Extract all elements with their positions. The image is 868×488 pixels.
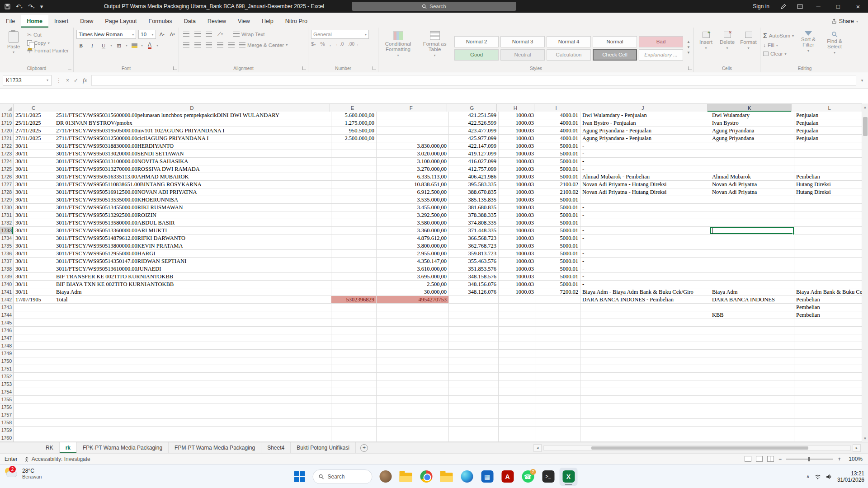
cell-C1721[interactable]: 27/11/2025 xyxy=(14,135,54,142)
cell-L1729[interactable] xyxy=(794,196,868,204)
cell-G1729[interactable]: 385.135.835 xyxy=(449,196,499,204)
cell-E1741[interactable] xyxy=(331,288,377,296)
cell-E1755[interactable] xyxy=(331,396,377,404)
cell-C1741[interactable]: 30/11 xyxy=(14,288,54,296)
cell-C1754[interactable] xyxy=(14,388,54,396)
cell-F1746[interactable] xyxy=(377,327,449,334)
minimize-button[interactable]: ─ xyxy=(808,0,828,13)
cell-E1734[interactable] xyxy=(331,235,377,242)
cell-C1748[interactable] xyxy=(14,342,54,350)
cell-D1723[interactable]: 3011/FTSCY/WS950313020000.00SENDI SETIAW… xyxy=(54,150,331,158)
share-button[interactable]: Share▾ xyxy=(821,15,868,28)
cell-H1758[interactable] xyxy=(499,419,536,427)
cell-E1722[interactable] xyxy=(331,142,377,150)
cell-E1751[interactable] xyxy=(331,365,377,373)
cell-G1751[interactable] xyxy=(449,365,499,373)
cell-E1744[interactable] xyxy=(331,311,377,319)
cell-L1736[interactable] xyxy=(794,250,868,258)
cell-K1738[interactable] xyxy=(710,265,794,273)
cell-J1718[interactable]: Dwi Wulamdary - Penjualan xyxy=(580,112,710,119)
row-header-1739[interactable]: 1739 xyxy=(0,273,14,281)
cell-D1755[interactable] xyxy=(54,396,331,404)
cell-J1731[interactable]: - xyxy=(580,211,710,219)
cell-H1741[interactable]: 1000.03 xyxy=(499,288,536,296)
col-header-g[interactable]: G xyxy=(447,104,497,112)
cell-L1727[interactable]: Hutang Direksi xyxy=(794,181,868,188)
cell-H1722[interactable]: 1000.03 xyxy=(499,142,536,150)
cell-D1757[interactable] xyxy=(54,411,331,419)
cell-F1757[interactable] xyxy=(377,411,449,419)
cell-K1732[interactable] xyxy=(710,219,794,227)
cell-G1727[interactable]: 395.583.335 xyxy=(449,181,499,188)
cell-C1756[interactable] xyxy=(14,404,54,411)
cell-I1747[interactable] xyxy=(536,334,580,342)
cell-K1721[interactable]: Agung Priyandana xyxy=(710,135,794,142)
cell-H1752[interactable] xyxy=(499,373,536,380)
cell-L1739[interactable] xyxy=(794,273,868,281)
insert-function-icon[interactable]: fx xyxy=(83,77,87,84)
gallery-down-icon[interactable]: ▼ xyxy=(687,45,690,49)
cell-G1743[interactable] xyxy=(449,304,499,311)
cell-K1743[interactable] xyxy=(710,304,794,311)
tray-chevron-icon[interactable]: ∧ xyxy=(807,474,810,479)
cell-L1746[interactable] xyxy=(794,327,868,334)
cell-F1754[interactable] xyxy=(377,388,449,396)
cell-D1756[interactable] xyxy=(54,404,331,411)
cell-L1758[interactable] xyxy=(794,419,868,427)
cell-G1748[interactable] xyxy=(449,342,499,350)
cell-G1757[interactable] xyxy=(449,411,499,419)
align-middle-icon[interactable] xyxy=(193,30,202,38)
cell-E1754[interactable] xyxy=(331,388,377,396)
cell-E1759[interactable] xyxy=(331,427,377,434)
cell-E1728[interactable] xyxy=(331,188,377,196)
cell-F1752[interactable] xyxy=(377,373,449,380)
cell-style-normal[interactable]: Normal xyxy=(593,36,637,47)
cell-D1751[interactable] xyxy=(54,365,331,373)
cell-J1735[interactable]: - xyxy=(580,242,710,250)
cell-K1758[interactable] xyxy=(710,419,794,427)
cell-I1733[interactable]: 5000.01 xyxy=(536,227,580,235)
cell-E1740[interactable] xyxy=(331,281,377,288)
copy-button[interactable]: Copy▾ xyxy=(27,40,69,46)
align-top-icon[interactable] xyxy=(182,30,191,38)
pen-icon[interactable] xyxy=(775,0,792,13)
cell-E1743[interactable] xyxy=(331,304,377,311)
cell-D1735[interactable]: 3011/FTSCY/WS950513800000.00KEVIN PRATAM… xyxy=(54,242,331,250)
cell-D1718[interactable]: 2511/FTSCY/WS950315600000.00pelunasan lu… xyxy=(54,112,331,119)
cell-C1734[interactable]: 30/11 xyxy=(14,235,54,242)
col-header-c[interactable]: C xyxy=(14,104,54,112)
cell-G1724[interactable]: 416.027.099 xyxy=(449,158,499,165)
cell-G1726[interactable]: 406.421.986 xyxy=(449,173,499,181)
cell-D1728[interactable]: 3011/FTSCY/WS950516912500.00NOVAN ADI PR… xyxy=(54,188,331,196)
sort-filter-button[interactable]: Sort & Filter▾ xyxy=(797,30,820,65)
cell-L1752[interactable] xyxy=(794,373,868,380)
cell-H1721[interactable]: 1000.03 xyxy=(499,135,536,142)
cell-D1724[interactable]: 3011/FTSCY/WS950313100000.00NOVITA SAHAS… xyxy=(54,158,331,165)
cell-C1735[interactable]: 30/11 xyxy=(14,242,54,250)
cell-G1752[interactable] xyxy=(449,373,499,380)
cell-F1736[interactable]: 2.955.000,00 xyxy=(377,250,449,258)
cell-G1755[interactable] xyxy=(449,396,499,404)
select-all-corner[interactable] xyxy=(0,104,14,112)
cell-G1756[interactable] xyxy=(449,404,499,411)
volume-icon[interactable] xyxy=(826,473,832,481)
cell-style-calculation[interactable]: Calculation xyxy=(547,49,591,61)
enter-entry-icon[interactable]: ✓ xyxy=(74,77,78,84)
cell-F1760[interactable] xyxy=(377,434,449,442)
cell-G1732[interactable]: 374.808.335 xyxy=(449,219,499,227)
cell-L1732[interactable] xyxy=(794,219,868,227)
taskbar-icon-excel[interactable]: X xyxy=(560,468,578,486)
cell-C1740[interactable]: 30/11 xyxy=(14,281,54,288)
cell-I1719[interactable]: 4000.01 xyxy=(536,119,580,127)
cell-K1748[interactable] xyxy=(710,342,794,350)
cell-K1734[interactable] xyxy=(710,235,794,242)
cell-F1758[interactable] xyxy=(377,419,449,427)
cell-D1742[interactable]: Total xyxy=(54,296,331,304)
row-header-1757[interactable]: 1757 xyxy=(0,411,14,419)
cell-J1737[interactable]: - xyxy=(580,258,710,265)
row-header-1735[interactable]: 1735 xyxy=(0,242,14,250)
font-name-combo[interactable]: Times New Roman▾ xyxy=(76,30,136,39)
cell-H1738[interactable]: 1000.03 xyxy=(499,265,536,273)
wifi-icon[interactable] xyxy=(815,473,821,481)
cell-I1757[interactable] xyxy=(536,411,580,419)
